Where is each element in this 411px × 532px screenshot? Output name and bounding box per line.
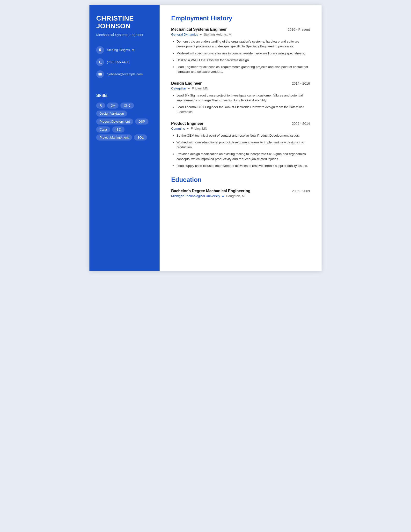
skills-tags: R QA CNC Design Validation Product Devel… [96, 103, 153, 141]
skill-cnc: CNC [120, 103, 134, 109]
company-location-3: Fridley, MN [191, 127, 207, 130]
edu-dot-1: ● [222, 194, 224, 198]
job-header-2: Design Engineer 2014 - 2016 [171, 81, 310, 86]
job-bullets-1: Demonstrate an understanding of the orga… [171, 39, 310, 75]
school-location-1: Houghton, MI [226, 194, 246, 198]
education-heading: Education [171, 176, 310, 183]
job-title-1: Mechanical Systems Engineer [171, 27, 226, 32]
candidate-name: CHRISTINE JOHNSON [96, 15, 153, 30]
company-location-1: Sterling Heights, MI [204, 33, 232, 36]
skills-heading: Skills [96, 93, 153, 98]
sidebar: CHRISTINE JOHNSON Mechanical Systems Eng… [89, 5, 159, 271]
contact-email: cjohnson@example.com [96, 70, 153, 78]
edu-block-1: Bachelor's Degree Mechanical Engineering… [171, 189, 310, 198]
job-header-3: Product Engineer 2009 - 2014 [171, 121, 310, 126]
bullet-3-2: Worked with cross-functional product dev… [177, 140, 310, 150]
education-divider: Education [171, 176, 310, 183]
bullet-2-1: Lead Six Sigma root cause project to inv… [177, 93, 310, 103]
edu-header-1: Bachelor's Degree Mechanical Engineering… [171, 189, 310, 193]
bullet-1-1: Demonstrate an understanding of the orga… [177, 39, 310, 49]
skill-sql: SQL [134, 134, 147, 141]
job-bullets-2: Lead Six Sigma root cause project to inv… [171, 93, 310, 115]
dot-3: ● [187, 127, 189, 130]
candidate-title: Mechanical Systems Engineer [96, 32, 153, 37]
skill-catia: Catia [96, 126, 110, 133]
contact-section: Sterling Heights, MI (760) 555-4436 [96, 46, 153, 83]
company-name-3: Cummins [171, 127, 185, 130]
job-company-3: Cummins ● Fridley, MN [171, 127, 310, 130]
edu-school-1: Michigan Technological University ● Houg… [171, 194, 310, 198]
company-name-1: General Dynamics [171, 33, 198, 36]
contact-location: Sterling Heights, MI [96, 46, 153, 54]
bullet-3-3: Provided design modification on existing… [177, 152, 310, 162]
job-dates-2: 2014 - 2016 [292, 82, 310, 85]
dot-2: ● [188, 86, 190, 90]
job-block-3: Product Engineer 2009 - 2014 Cummins ● F… [171, 121, 310, 169]
location-icon [96, 46, 104, 54]
job-title-2: Design Engineer [171, 81, 202, 86]
job-dates-3: 2009 - 2014 [292, 122, 310, 125]
contact-phone-text: (760) 555-4436 [107, 60, 129, 64]
resume-container: CHRISTINE JOHNSON Mechanical Systems Eng… [89, 5, 322, 271]
email-icon [96, 70, 104, 78]
bullet-3-4: Lead supply base focused improvement act… [177, 163, 310, 168]
job-company-2: Caterpillar ● Fridley, MN [171, 86, 310, 90]
skill-product-development: Product Development [96, 118, 133, 124]
job-title-3: Product Engineer [171, 121, 203, 126]
skill-r: R [96, 103, 105, 109]
job-bullets-3: Be the OEM technical point of contact an… [171, 133, 310, 169]
bullet-3-1: Be the OEM technical point of contact an… [177, 133, 310, 138]
dot-1: ● [200, 33, 202, 36]
employment-heading: Employment History [171, 15, 310, 22]
bullet-1-2: Modeled mil spec hardware for use in com… [177, 51, 310, 56]
job-header-1: Mechanical Systems Engineer 2016 - Prese… [171, 27, 310, 32]
job-dates-1: 2016 - Present [288, 28, 310, 31]
edu-degree-1: Bachelor's Degree Mechanical Engineering [171, 189, 250, 193]
job-company-1: General Dynamics ● Sterling Heights, MI [171, 33, 310, 36]
skill-iso: ISO [112, 126, 124, 133]
bullet-2-2: Lead Thermal/CFD Engineer for Robust Ele… [177, 105, 310, 115]
school-name-1: Michigan Technological University [171, 194, 220, 198]
contact-email-text: cjohnson@example.com [107, 72, 143, 76]
job-block-1: Mechanical Systems Engineer 2016 - Prese… [171, 27, 310, 75]
skill-qa: QA [107, 103, 119, 109]
company-location-2: Fridley, MN [192, 86, 208, 90]
contact-location-text: Sterling Heights, MI [107, 48, 135, 52]
phone-icon [96, 58, 104, 66]
skill-dsp: DSP [135, 118, 149, 124]
job-block-2: Design Engineer 2014 - 2016 Caterpillar … [171, 81, 310, 115]
bullet-1-3: Utilized a VALID CAD system for hardware… [177, 58, 310, 63]
bullet-1-4: Lead Engineer for all technical requirem… [177, 65, 310, 75]
main-content: Employment History Mechanical Systems En… [159, 5, 322, 271]
skill-design-validation: Design Validation [96, 111, 127, 116]
company-name-2: Caterpillar [171, 86, 186, 90]
skills-section: Skills R QA CNC Design Validation Produc… [96, 93, 153, 141]
skill-project-management: Project Management [96, 134, 132, 141]
contact-phone: (760) 555-4436 [96, 58, 153, 66]
edu-dates-1: 2006 - 2009 [292, 189, 310, 193]
